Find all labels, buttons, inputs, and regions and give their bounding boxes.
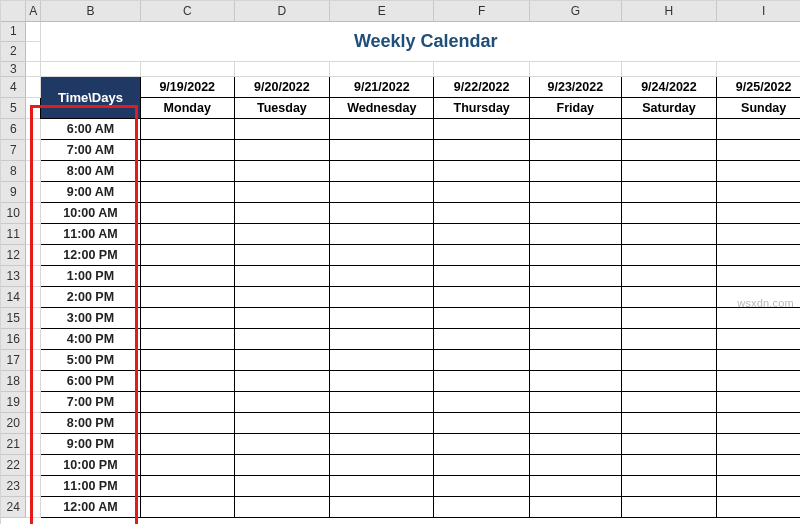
cal-cell[interactable] bbox=[434, 202, 530, 223]
cal-cell[interactable] bbox=[530, 265, 622, 286]
cal-cell[interactable] bbox=[140, 454, 234, 475]
date-header-0[interactable]: 9/19/2022 bbox=[140, 76, 234, 97]
day-header-6[interactable]: Sunday bbox=[717, 97, 800, 118]
cal-cell[interactable] bbox=[330, 454, 434, 475]
day-header-0[interactable]: Monday bbox=[140, 97, 234, 118]
cal-cell[interactable] bbox=[234, 202, 330, 223]
cal-cell[interactable] bbox=[140, 328, 234, 349]
cal-cell[interactable] bbox=[434, 391, 530, 412]
cal-cell[interactable] bbox=[234, 244, 330, 265]
cal-cell[interactable] bbox=[717, 139, 800, 160]
cal-cell[interactable] bbox=[621, 370, 717, 391]
row-header-11[interactable]: 11 bbox=[1, 223, 26, 244]
row-header-19[interactable]: 19 bbox=[1, 391, 26, 412]
cal-cell[interactable] bbox=[434, 412, 530, 433]
date-header-3[interactable]: 9/22/2022 bbox=[434, 76, 530, 97]
cal-cell[interactable] bbox=[621, 202, 717, 223]
row-header-3[interactable]: 3 bbox=[1, 61, 26, 76]
col-header-E[interactable]: E bbox=[330, 1, 434, 21]
time-cell-15[interactable]: 9:00 PM bbox=[41, 433, 141, 454]
cal-cell[interactable] bbox=[434, 160, 530, 181]
corner-header[interactable]: Time\Days bbox=[41, 76, 141, 118]
cell-A22[interactable] bbox=[26, 454, 41, 475]
cal-cell[interactable] bbox=[140, 286, 234, 307]
cal-cell[interactable] bbox=[140, 244, 234, 265]
cal-cell[interactable] bbox=[530, 475, 622, 496]
cal-cell[interactable] bbox=[621, 475, 717, 496]
cal-cell[interactable] bbox=[234, 454, 330, 475]
row-header-1[interactable]: 1 bbox=[1, 21, 26, 41]
date-header-1[interactable]: 9/20/2022 bbox=[234, 76, 330, 97]
cell-A20[interactable] bbox=[26, 412, 41, 433]
cal-cell[interactable] bbox=[234, 118, 330, 139]
cell-A10[interactable] bbox=[26, 202, 41, 223]
cal-cell[interactable] bbox=[717, 181, 800, 202]
cal-cell[interactable] bbox=[621, 181, 717, 202]
cal-cell[interactable] bbox=[621, 454, 717, 475]
cal-cell[interactable] bbox=[330, 496, 434, 517]
cal-cell[interactable] bbox=[434, 307, 530, 328]
cal-cell[interactable] bbox=[140, 118, 234, 139]
cal-cell[interactable] bbox=[717, 370, 800, 391]
time-cell-8[interactable]: 2:00 PM bbox=[41, 286, 141, 307]
cell-A23[interactable] bbox=[26, 475, 41, 496]
cal-cell[interactable] bbox=[330, 391, 434, 412]
cal-cell[interactable] bbox=[234, 160, 330, 181]
cal-cell[interactable] bbox=[530, 328, 622, 349]
cal-cell[interactable] bbox=[434, 433, 530, 454]
cell-A18[interactable] bbox=[26, 370, 41, 391]
cal-cell[interactable] bbox=[530, 370, 622, 391]
cal-cell[interactable] bbox=[717, 475, 800, 496]
cal-cell[interactable] bbox=[330, 412, 434, 433]
cal-cell[interactable] bbox=[621, 118, 717, 139]
cell-A9[interactable] bbox=[26, 181, 41, 202]
day-header-3[interactable]: Thursday bbox=[434, 97, 530, 118]
cal-cell[interactable] bbox=[621, 244, 717, 265]
cell-A1[interactable] bbox=[26, 21, 41, 41]
cal-cell[interactable] bbox=[530, 139, 622, 160]
cell-A16[interactable] bbox=[26, 328, 41, 349]
cell-A12[interactable] bbox=[26, 244, 41, 265]
cal-cell[interactable] bbox=[717, 391, 800, 412]
cal-cell[interactable] bbox=[621, 391, 717, 412]
cell-A21[interactable] bbox=[26, 433, 41, 454]
cell-A15[interactable] bbox=[26, 307, 41, 328]
cal-cell[interactable] bbox=[330, 223, 434, 244]
row-header-4[interactable]: 4 bbox=[1, 76, 26, 97]
row-header-18[interactable]: 18 bbox=[1, 370, 26, 391]
cal-cell[interactable] bbox=[530, 244, 622, 265]
row-header-22[interactable]: 22 bbox=[1, 454, 26, 475]
cal-cell[interactable] bbox=[140, 475, 234, 496]
row-header-8[interactable]: 8 bbox=[1, 160, 26, 181]
row-header-15[interactable]: 15 bbox=[1, 307, 26, 328]
cal-cell[interactable] bbox=[140, 181, 234, 202]
cal-cell[interactable] bbox=[234, 328, 330, 349]
date-header-4[interactable]: 9/23/2022 bbox=[530, 76, 622, 97]
cal-cell[interactable] bbox=[530, 349, 622, 370]
row-header-7[interactable]: 7 bbox=[1, 139, 26, 160]
cal-cell[interactable] bbox=[330, 139, 434, 160]
cal-cell[interactable] bbox=[140, 391, 234, 412]
cal-cell[interactable] bbox=[140, 307, 234, 328]
cell-A4[interactable] bbox=[26, 76, 41, 97]
cal-cell[interactable] bbox=[717, 307, 800, 328]
cal-cell[interactable] bbox=[621, 139, 717, 160]
cell-A6[interactable] bbox=[26, 118, 41, 139]
cell-A7[interactable] bbox=[26, 139, 41, 160]
cal-cell[interactable] bbox=[140, 433, 234, 454]
cal-cell[interactable] bbox=[621, 433, 717, 454]
col-header-H[interactable]: H bbox=[621, 1, 717, 21]
cell-I3[interactable] bbox=[717, 61, 800, 76]
time-cell-0[interactable]: 6:00 AM bbox=[41, 118, 141, 139]
cal-cell[interactable] bbox=[621, 160, 717, 181]
cell-D3[interactable] bbox=[234, 61, 330, 76]
cell-A8[interactable] bbox=[26, 160, 41, 181]
cal-cell[interactable] bbox=[621, 412, 717, 433]
cell-A13[interactable] bbox=[26, 265, 41, 286]
cal-cell[interactable] bbox=[234, 433, 330, 454]
select-all-corner[interactable] bbox=[1, 1, 26, 21]
cal-cell[interactable] bbox=[717, 433, 800, 454]
time-cell-1[interactable]: 7:00 AM bbox=[41, 139, 141, 160]
cal-cell[interactable] bbox=[717, 454, 800, 475]
cal-cell[interactable] bbox=[621, 223, 717, 244]
